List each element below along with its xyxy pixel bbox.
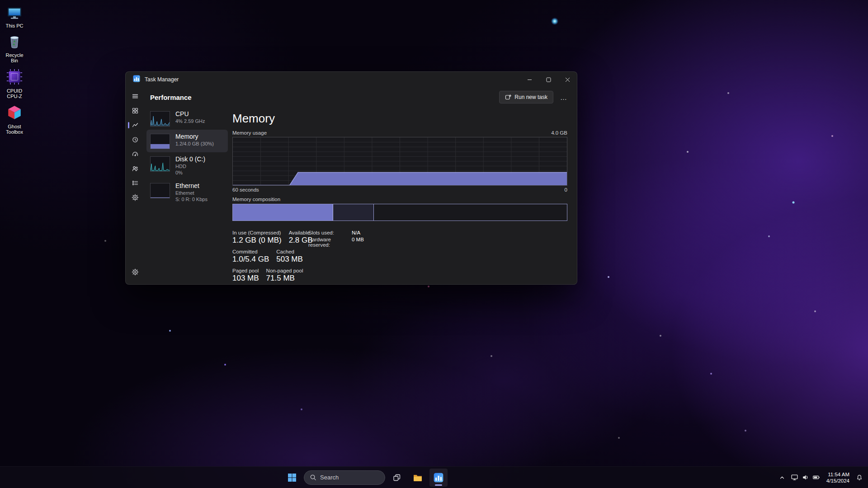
perf-item-detail: Ethernet xyxy=(175,190,208,196)
stat-value: 1.0/5.4 GB xyxy=(232,255,269,264)
more-options-button[interactable]: … xyxy=(557,91,571,103)
taskbar: 11:54 AM 4/15/2024 xyxy=(0,466,868,488)
ellipsis-icon: … xyxy=(560,94,567,101)
clock-time: 11:54 AM xyxy=(826,471,849,478)
sidebar-item-users[interactable] xyxy=(127,162,143,175)
task-view-button[interactable] xyxy=(388,469,406,487)
details-icon xyxy=(132,179,139,187)
perf-item-disk[interactable]: Disk 0 (C:) HDD 0% xyxy=(146,152,228,179)
scale-max-label: 4.0 GB xyxy=(551,130,567,136)
run-new-task-icon xyxy=(505,94,511,100)
gear-icon xyxy=(132,268,139,276)
sidebar-item-startup-apps[interactable] xyxy=(127,147,143,161)
hidden-icons-button[interactable] xyxy=(777,469,788,487)
search-icon xyxy=(310,474,316,481)
perf-item-detail: HDD xyxy=(175,163,205,169)
stat-value: N/A xyxy=(352,230,364,235)
display-icon xyxy=(791,474,798,481)
sidebar-item-performance[interactable] xyxy=(127,118,143,132)
desktop-icon-label: CPUID CPU-Z xyxy=(1,88,28,99)
stat-label: Committed xyxy=(232,249,269,254)
performance-icon xyxy=(132,122,139,129)
run-new-task-button[interactable]: Run new task xyxy=(499,91,553,103)
page-header: Performance Run new task … xyxy=(145,87,577,107)
cpu-z-icon xyxy=(6,69,23,87)
perf-item-title: Disk 0 (C:) xyxy=(175,155,205,163)
notification-center-button[interactable] xyxy=(854,469,865,487)
sidebar-item-app-history[interactable] xyxy=(127,133,143,146)
perf-item-ethernet[interactable]: Ethernet Ethernet S: 0 R: 0 Kbps xyxy=(146,179,228,206)
task-manager-taskbar-button[interactable] xyxy=(429,469,448,487)
memory-mini-graph xyxy=(150,134,170,149)
stat-value: 71.5 MB xyxy=(266,274,303,283)
minimize-icon xyxy=(527,77,532,82)
task-manager-window: Task Manager xyxy=(125,71,577,285)
stats-row-3: Paged pool Non-paged pool 103 MB 71.5 MB xyxy=(232,268,303,283)
disk-mini-graph xyxy=(150,156,170,172)
settings-button[interactable] xyxy=(127,265,143,279)
minimize-button[interactable] xyxy=(520,72,539,87)
users-icon xyxy=(132,165,139,172)
stat-label: Slots used: xyxy=(308,230,352,235)
time-span-label: 60 seconds xyxy=(232,187,259,192)
battery-icon xyxy=(812,474,820,481)
stats-row-2: Committed Cached 1.0/5.4 GB 503 MB xyxy=(232,249,303,264)
time-zero-label: 0 xyxy=(565,187,567,192)
ethernet-mini-graph xyxy=(150,183,170,198)
desktop-icon-label: This PC xyxy=(5,23,23,28)
desktop-icon-cpu-z[interactable]: CPUID CPU-Z xyxy=(0,66,29,102)
search-input[interactable] xyxy=(320,474,374,481)
taskbar-search[interactable] xyxy=(304,470,385,485)
sidebar-item-details[interactable] xyxy=(127,176,143,190)
stars-decoration xyxy=(0,0,1,1)
stat-label: Cached xyxy=(276,249,303,254)
ghost-toolbox-icon xyxy=(6,104,23,122)
desktop-icon-this-pc[interactable]: This PC xyxy=(0,3,29,31)
desktop: This PC Recycle Bin xyxy=(0,0,868,488)
desktop-icon-column: This PC Recycle Bin xyxy=(0,3,30,137)
perf-item-title: CPU xyxy=(175,110,205,118)
bright-star xyxy=(551,18,558,25)
menu-button[interactable] xyxy=(127,89,143,103)
app-history-icon xyxy=(132,136,139,143)
stat-label: Paged pool xyxy=(232,268,259,273)
desktop-icon-recycle-bin[interactable]: Recycle Bin xyxy=(0,31,29,66)
title-bar[interactable]: Task Manager xyxy=(126,72,577,87)
desktop-icon-label: Recycle Bin xyxy=(1,52,28,63)
memory-detail-pane: Memory Memory usage 4.0 GB 60 seconds 0 … xyxy=(231,107,577,284)
perf-item-title: Memory xyxy=(175,133,214,141)
perf-item-cpu[interactable]: CPU 4% 2.59 GHz xyxy=(146,107,228,130)
recycle-bin-icon xyxy=(7,34,22,51)
stat-value: 0 MB xyxy=(352,237,364,248)
page-title: Performance xyxy=(150,94,192,101)
this-pc-icon xyxy=(6,5,23,22)
maximize-button[interactable] xyxy=(539,72,558,87)
desktop-icon-ghost-toolbox[interactable]: Ghost Toolbox xyxy=(0,102,29,137)
perf-item-memory[interactable]: Memory 1.2/4.0 GB (30%) xyxy=(146,130,228,152)
perf-item-detail: 1.2/4.0 GB (30%) xyxy=(175,141,214,147)
perf-item-detail: 4% 2.59 GHz xyxy=(175,118,205,124)
sidebar-item-processes[interactable] xyxy=(127,104,143,117)
memory-composition-bar xyxy=(232,204,567,221)
stat-label: In use (Compressed) xyxy=(232,230,282,235)
navigation-rail xyxy=(126,87,145,284)
task-view-icon xyxy=(392,473,401,482)
memory-stats: In use (Compressed) Available 1.2 GB (0 … xyxy=(232,230,567,283)
taskbar-clock[interactable]: 11:54 AM 4/15/2024 xyxy=(823,471,853,484)
stats-side-block: Slots used: N/A Hardware reserved: 0 MB xyxy=(308,230,364,248)
close-button[interactable] xyxy=(558,72,577,87)
system-tray-indicators[interactable] xyxy=(788,469,822,487)
clock-date: 4/15/2024 xyxy=(826,478,849,484)
sidebar-item-services[interactable] xyxy=(127,191,143,204)
start-button[interactable] xyxy=(283,469,301,487)
memory-usage-graph xyxy=(232,137,567,186)
stat-value: 103 MB xyxy=(232,274,259,283)
stat-value: 503 MB xyxy=(276,255,303,264)
volume-icon xyxy=(802,474,809,481)
windows-logo-icon xyxy=(287,473,297,483)
perf-item-title: Ethernet xyxy=(175,182,208,190)
file-explorer-button[interactable] xyxy=(409,469,427,487)
services-icon xyxy=(132,194,139,201)
task-manager-app-icon xyxy=(133,75,140,84)
menu-icon xyxy=(132,93,139,100)
